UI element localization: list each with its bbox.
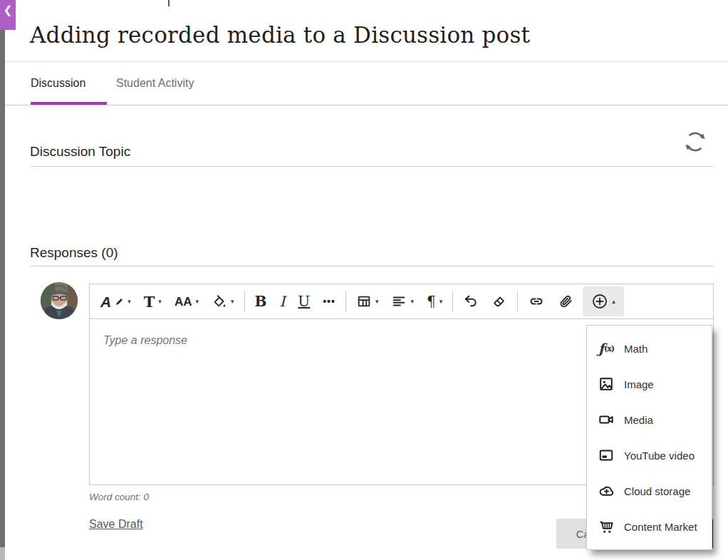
cloud-plus-icon [598,482,615,499]
chevron-up-icon: ▴ [612,298,615,305]
menu-item-label: Media [624,414,653,426]
page-title: Adding recorded media to a Discussion po… [30,22,700,48]
toolbar-divider [517,291,518,312]
toolbar-divider [452,291,453,312]
fill-color-button[interactable]: ▾ [205,288,241,315]
underline-button[interactable]: U [291,288,316,315]
back-button[interactable]: ❮ [0,0,16,30]
responses-heading: Responses (0) [30,245,118,261]
menu-item-label: YouTube video [624,450,695,462]
italic-button[interactable]: I [273,288,291,315]
image-icon [598,375,615,393]
paint-bucket-icon [212,294,227,309]
menu-item-image[interactable]: Image [587,366,712,402]
menu-item-math[interactable]: ƒ(x) Math [587,331,712,366]
table-icon [356,294,372,309]
refresh-button[interactable] [681,125,714,158]
align-button[interactable]: ▾ [385,288,420,315]
more-formatting-button[interactable]: ••• [316,288,342,315]
chevron-down-icon: ▾ [158,298,162,305]
clear-formatting-button[interactable] [485,288,514,315]
insert-content-button[interactable]: ▴ [583,286,624,316]
youtube-video-icon [598,447,615,464]
paragraph-icon: ¶ [427,294,436,308]
chevron-down-icon: ▾ [231,298,234,305]
plus-circle-icon [591,293,608,310]
attach-file-button[interactable] [551,288,580,315]
chevron-down-icon: ▾ [440,298,443,305]
user-avatar [41,282,78,319]
chevron-down-icon: ▾ [410,298,414,305]
chevron-down-icon: ▾ [375,298,379,305]
save-draft-link[interactable]: Save Draft [89,518,143,531]
background-page-edge [0,30,5,547]
menu-item-content-market[interactable]: Content Market [587,509,712,544]
insert-link-button[interactable] [521,288,551,315]
chevron-down-icon: ▾ [195,298,199,305]
discussion-page: ❮ Adding recorded media to a Discussion … [0,0,728,560]
bold-button[interactable]: B [249,288,274,315]
tab-student-activity[interactable]: Student Activity [116,77,194,90]
editor-placeholder: Type a response [103,334,187,347]
menu-item-label: Cloud storage [624,485,690,497]
divider [30,166,714,167]
eraser-icon [492,294,507,309]
heading-style-button[interactable]: T ▾ [137,288,168,315]
menu-item-youtube[interactable]: YouTube video [587,437,712,473]
more-icon: ••• [323,296,336,307]
word-count: Word count: 0 [89,492,149,502]
insert-content-menu: ƒ(x) Math Image Media [586,325,712,550]
tab-bar-border [5,105,728,105]
paragraph-button[interactable]: ¶ ▾ [420,288,449,315]
tab-bar: Discussion Student Activity [5,62,728,105]
align-left-icon [391,294,407,309]
chevron-left-icon: ❮ [4,4,13,16]
font-icon: AA [175,296,192,308]
undo-icon [463,294,479,309]
link-icon [528,293,545,310]
menu-item-cloud-storage[interactable]: Cloud storage [587,473,712,509]
menu-item-label: Image [624,378,654,390]
tab-discussion[interactable]: Discussion [31,77,85,90]
text-style-icon: A [100,294,111,309]
refresh-icon [681,128,714,156]
editor-toolbar: A ▾ T ▾ AA ▾ [90,284,713,319]
divider [30,266,714,266]
bold-icon: B [255,294,267,308]
cropped-element-tick [168,0,170,6]
menu-item-label: Math [624,343,648,355]
pen-icon [115,297,124,306]
video-camera-icon [598,411,615,428]
discussion-topic-heading: Discussion Topic [30,144,130,160]
italic-icon: I [279,294,285,308]
shopping-cart-icon [598,518,615,535]
toolbar-divider [244,291,245,312]
math-icon: ƒ(x) [598,340,615,357]
menu-item-media[interactable]: Media [587,402,712,437]
undo-button[interactable] [457,288,485,315]
text-style-button[interactable]: A ▾ [94,288,137,315]
toolbar-divider [345,291,346,312]
table-button[interactable]: ▾ [350,288,385,315]
heading-style-icon: T [144,294,155,309]
menu-item-label: Content Market [624,521,697,533]
paperclip-icon [558,294,573,309]
underline-icon: U [298,294,310,308]
font-button[interactable]: AA ▾ [168,288,205,315]
chevron-down-icon: ▾ [128,298,131,305]
background-page-edge-bottom [0,547,5,560]
